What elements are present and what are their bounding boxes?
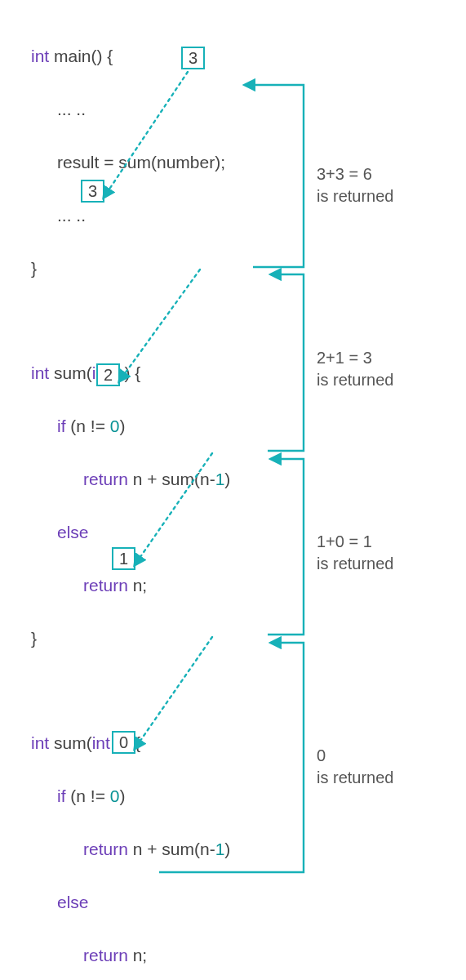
- box-call1: 3: [81, 180, 104, 203]
- txt-result-rhs: sum: [118, 153, 151, 172]
- kw-int: int: [31, 47, 49, 65]
- txt-result-arg: (number);: [151, 153, 225, 172]
- txt-main: main() {: [54, 47, 113, 65]
- txt-result-lhs: result =: [57, 153, 118, 172]
- txt-close-main: }: [31, 259, 37, 278]
- code-main: int main() { ... .. result = sum(number)…: [31, 16, 466, 309]
- box-call3: 1: [112, 547, 135, 570]
- annotation-1: 3+3 = 6 is returned: [317, 163, 394, 207]
- annotation-3: 1+0 = 1 is returned: [317, 531, 394, 575]
- box-call4: 0: [112, 731, 135, 754]
- box-call2: 2: [96, 363, 120, 386]
- annotation-4: 0 is returned: [317, 745, 394, 789]
- txt-dots2: ... ..: [31, 203, 86, 229]
- txt-dots: ... ..: [31, 96, 86, 123]
- code-sum-2: int sum(int n) { if (n != 0) return n + …: [31, 703, 466, 980]
- annotation-2: 2+1 = 3 is returned: [317, 347, 394, 391]
- box-top: 3: [181, 47, 205, 69]
